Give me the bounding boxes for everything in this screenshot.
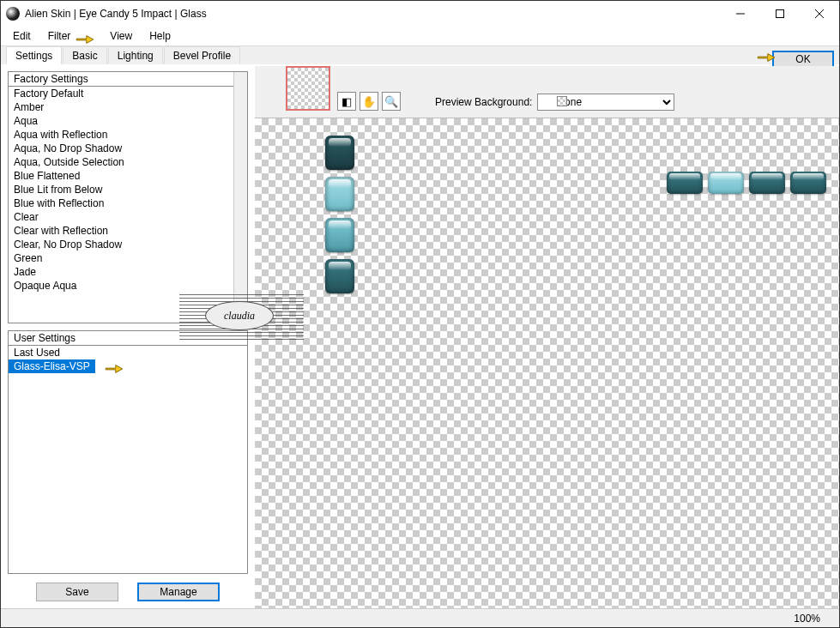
manage-button[interactable]: Manage <box>137 583 220 601</box>
transparency-swatch-icon <box>557 96 567 106</box>
glass-shape <box>749 172 785 194</box>
menu-edit[interactable]: Edit <box>6 28 38 44</box>
pointer-hand-icon <box>105 362 124 376</box>
zoom-level: 100% <box>794 613 820 625</box>
save-button[interactable]: Save <box>36 583 118 601</box>
factory-header: Factory Settings <box>9 72 247 87</box>
list-item[interactable]: Aqua <box>9 114 247 128</box>
tab-lighting[interactable]: Lighting <box>108 46 163 64</box>
glass-shape <box>325 259 354 293</box>
list-item[interactable]: Clear <box>9 210 247 224</box>
preview-panel: ◧ ✋ 🔍 Preview Background: None <box>255 66 839 608</box>
list-item[interactable]: Blue Flattened <box>9 169 247 183</box>
glass-shape <box>325 218 354 252</box>
glass-shape <box>790 172 826 194</box>
glass-shape <box>708 172 744 194</box>
preview-background-control: Preview Background: None <box>435 94 674 111</box>
list-item[interactable]: Green <box>9 251 247 265</box>
pan-tool-icon[interactable]: ✋ <box>360 92 378 111</box>
pointer-hand-icon <box>757 51 776 64</box>
list-item-selected[interactable]: Glass-Elisa-VSP <box>9 359 95 373</box>
tab-settings[interactable]: Settings <box>6 46 62 64</box>
settings-panel: Factory Settings Factory DefaultAmberAqu… <box>1 66 255 608</box>
menu-bar: Edit Filter View Help <box>1 27 839 45</box>
user-settings-list[interactable]: User Settings Last Used Glass-Elisa-VSP <box>8 330 248 574</box>
list-item[interactable]: Aqua, Outside Selection <box>9 155 247 169</box>
list-item[interactable]: Jade <box>9 265 247 279</box>
glass-shape <box>667 172 703 194</box>
svg-rect-1 <box>777 10 784 18</box>
glass-shape <box>325 177 354 211</box>
list-item[interactable]: Aqua, No Drop Shadow <box>9 142 247 155</box>
list-item[interactable]: Opaque Aqua <box>9 279 247 293</box>
factory-settings-list[interactable]: Factory Settings Factory DefaultAmberAqu… <box>8 71 248 323</box>
menu-filter[interactable]: Filter <box>41 28 78 44</box>
list-item[interactable]: Clear with Reflection <box>9 224 247 238</box>
preview-canvas[interactable] <box>255 118 839 608</box>
settings-buttons: Save Manage <box>8 583 248 601</box>
list-item[interactable]: Factory Default <box>9 87 247 100</box>
menu-view[interactable]: View <box>103 28 139 44</box>
main-area: Factory Settings Factory DefaultAmberAqu… <box>1 66 839 608</box>
list-item[interactable]: Blue with Reflection <box>9 196 247 210</box>
list-item[interactable]: Aqua with Reflection <box>9 128 247 142</box>
close-button[interactable] <box>800 1 839 27</box>
window-title: Alien Skin | Eye Candy 5 Impact | Glass <box>25 8 721 20</box>
tab-basic[interactable]: Basic <box>63 46 106 64</box>
ok-button[interactable]: OK <box>772 51 834 68</box>
preview-bg-label: Preview Background: <box>435 96 532 108</box>
tabs-row: Settings Basic Lighting Bevel Profile <box>1 45 839 64</box>
list-item[interactable]: Clear, No Drop Shadow <box>9 238 247 251</box>
scrollbar[interactable] <box>233 72 247 323</box>
thumbnail-zone: ◧ ✋ 🔍 <box>286 66 401 111</box>
user-header: User Settings <box>9 331 247 346</box>
title-bar: Alien Skin | Eye Candy 5 Impact | Glass <box>1 1 839 27</box>
list-item[interactable]: Amber <box>9 100 247 114</box>
list-item[interactable]: Blue Lit from Below <box>9 183 247 196</box>
menu-help[interactable]: Help <box>142 28 178 44</box>
glass-shape <box>325 136 354 170</box>
app-icon <box>6 7 20 21</box>
zoom-tool-icon[interactable]: 🔍 <box>382 92 401 111</box>
status-bar: 100% <box>1 608 839 627</box>
list-item[interactable]: Last Used <box>9 346 247 359</box>
tab-bevel-profile[interactable]: Bevel Profile <box>164 46 240 64</box>
minimize-button[interactable] <box>721 1 760 27</box>
pointer-hand-icon <box>76 33 94 46</box>
preview-toggle-icon[interactable]: ◧ <box>337 92 356 111</box>
preview-thumbnail[interactable] <box>286 66 330 111</box>
maximize-button[interactable] <box>760 1 800 27</box>
